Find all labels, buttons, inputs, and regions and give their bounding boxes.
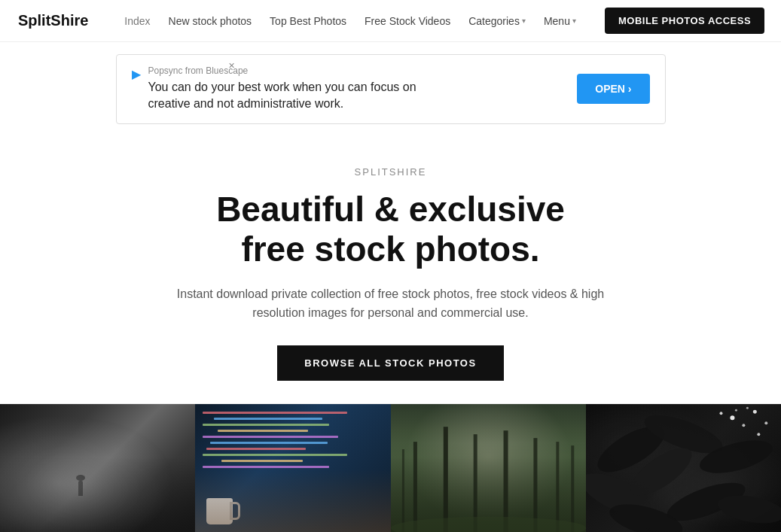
svg-rect-7 (401, 449, 404, 532)
nav-item-index[interactable]: Index (117, 11, 157, 32)
svg-point-21 (753, 409, 757, 413)
leaves-svg (586, 404, 781, 532)
svg-rect-4 (503, 430, 508, 532)
photo-grid (0, 404, 781, 532)
forest-svg (391, 404, 586, 532)
svg-point-22 (764, 421, 767, 424)
hero-subtitle: Instant download private collection of f… (172, 284, 609, 323)
svg-rect-6 (556, 442, 559, 532)
nav-item-top-best[interactable]: Top Best Photos (262, 11, 354, 32)
svg-point-18 (730, 415, 734, 420)
photo-code-laptop[interactable] (195, 404, 390, 532)
nav-categories-label: Categories (468, 15, 520, 27)
nav-item-free-videos[interactable]: Free Stock Videos (357, 11, 458, 32)
svg-point-24 (757, 433, 760, 436)
nav-dropdown-menu[interactable]: Menu ▾ (536, 11, 584, 32)
nav-dropdown-categories[interactable]: Categories ▾ (461, 11, 533, 32)
ad-banner: ▶ Popsync from Bluescape You can do your… (116, 54, 666, 124)
hero-brand-label: SPLITSHIRE (18, 166, 763, 178)
ad-close-button[interactable]: ✕ (228, 61, 235, 71)
svg-rect-8 (571, 445, 574, 532)
ad-content: ▶ Popsync from Bluescape You can do your… (132, 65, 416, 113)
main-nav: Index New stock photos Top Best Photos F… (117, 11, 584, 32)
ad-label: Popsync from Bluescape (148, 65, 416, 76)
hero-title: Beautiful & exclusive free stock photos. (18, 190, 763, 269)
svg-rect-0 (0, 404, 195, 532)
svg-point-23 (735, 409, 737, 411)
hero-section: SPLITSHIRE Beautiful & exclusive free st… (0, 136, 781, 404)
code-lines (203, 412, 383, 472)
mobile-access-button[interactable]: MOBILE PHOTOS ACCESS (605, 8, 764, 34)
site-header: SplitShire Index New stock photos Top Be… (0, 0, 781, 42)
person-silhouette (78, 481, 83, 496)
chevron-down-icon-2: ▾ (572, 17, 576, 25)
svg-point-20 (719, 412, 722, 415)
svg-point-19 (742, 424, 745, 427)
play-icon: ▶ (132, 67, 141, 81)
photo-forest-mist[interactable] (391, 404, 586, 532)
nav-menu-label: Menu (544, 15, 570, 27)
fog-svg-overlay (0, 404, 195, 532)
browse-all-button[interactable]: BROWSE ALL STOCK PHOTOS (277, 345, 503, 381)
photo-fog-path[interactable] (0, 404, 195, 532)
ad-text: Popsync from Bluescape You can do your b… (148, 65, 416, 113)
chevron-down-icon: ▾ (522, 17, 526, 25)
svg-rect-2 (443, 427, 447, 532)
svg-point-25 (746, 406, 749, 409)
photo-dark-leaves[interactable] (586, 404, 781, 532)
nav-item-new-stock[interactable]: New stock photos (161, 11, 260, 32)
ad-open-button[interactable]: OPEN › (577, 74, 649, 104)
hands-overlay (195, 470, 390, 532)
svg-rect-5 (533, 438, 537, 532)
ad-body: You can do your best work when you can f… (148, 79, 416, 113)
site-logo[interactable]: SplitShire (18, 12, 88, 29)
fog-trees (0, 457, 195, 532)
svg-rect-1 (413, 442, 416, 532)
